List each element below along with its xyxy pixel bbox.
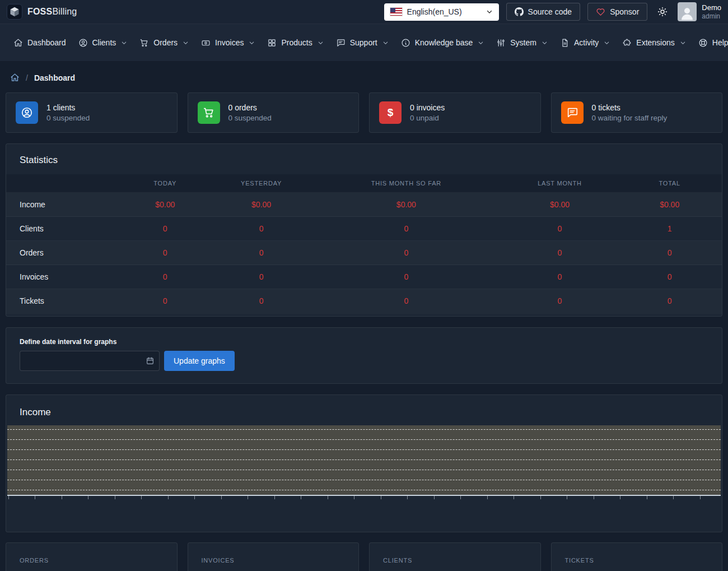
- nav-item-dashboard[interactable]: Dashboard: [8, 33, 72, 53]
- user-menu[interactable]: Demo admin: [678, 2, 721, 21]
- source-code-button[interactable]: Source code: [506, 3, 581, 21]
- brand-text: FOSSBilling: [27, 7, 77, 17]
- cell-value: 0: [212, 265, 310, 289]
- nav-item-knowledge-base[interactable]: Knowledge base: [395, 33, 490, 53]
- topbar: FOSSBilling English(en_US) Source code S…: [0, 0, 728, 24]
- cell-value: 0: [212, 289, 310, 315]
- source-code-label: Source code: [528, 7, 572, 16]
- avatar: [678, 2, 697, 21]
- clients-summary-card[interactable]: 1 clients 0 suspended: [6, 92, 178, 133]
- cell-value: 0: [617, 289, 722, 315]
- nav-label: System: [510, 38, 536, 47]
- chevron-down-icon: [680, 40, 686, 46]
- brand-logo-link[interactable]: FOSSBilling: [7, 4, 77, 20]
- cash-icon: [201, 38, 211, 48]
- breadcrumb-home-icon[interactable]: [10, 73, 20, 82]
- sponsor-button[interactable]: Sponsor: [587, 3, 647, 21]
- heart-icon: [596, 7, 605, 17]
- column-header-yesterday: YESTERDAY: [212, 174, 310, 193]
- brand-bold: FOSS: [27, 7, 52, 16]
- bottom-panels-row: ORDERS INVOICES CLIENTS TICKETS: [6, 542, 722, 571]
- statistics-panel: Statistics TODAY YESTERDAY THIS MONTH SO…: [6, 143, 722, 317]
- nav-item-help[interactable]: Help: [693, 33, 728, 53]
- summary-cards-row: 1 clients 0 suspended 0 orders 0 suspend…: [6, 92, 722, 133]
- row-label: Tickets: [6, 289, 118, 315]
- nav-item-activity[interactable]: Activity: [554, 33, 615, 53]
- clients-panel: CLIENTS: [369, 542, 541, 571]
- home-icon: [13, 38, 23, 48]
- shopping-cart-icon: [139, 38, 149, 48]
- chevron-down-icon: [542, 40, 548, 46]
- income-title: Income: [6, 395, 722, 425]
- table-row-orders: Orders 0 0 0 0 0: [6, 241, 722, 265]
- chevron-down-icon: [382, 40, 389, 46]
- table-row-clients: Clients 0 0 0 0 1: [6, 217, 722, 241]
- chevron-down-icon: [318, 40, 324, 46]
- statistics-table: TODAY YESTERDAY THIS MONTH SO FAR LAST M…: [6, 174, 722, 316]
- card-subtitle: 0 waiting for staff reply: [592, 114, 668, 122]
- nav-item-orders[interactable]: Orders: [134, 33, 194, 53]
- brand-light: Billing: [52, 7, 77, 16]
- update-graphs-button[interactable]: Update graphs: [164, 351, 235, 371]
- nav-label: Support: [350, 38, 377, 47]
- statistics-header-row: TODAY YESTERDAY THIS MONTH SO FAR LAST M…: [6, 174, 722, 193]
- invoices-summary-card[interactable]: $ 0 invoices 0 unpaid: [369, 92, 541, 133]
- chart-gridline: [7, 459, 721, 460]
- chevron-down-icon: [478, 40, 484, 46]
- card-value: 0 invoices: [410, 103, 445, 112]
- cell-value: $0.00: [212, 193, 310, 217]
- nav-label: Clients: [92, 38, 116, 47]
- table-row-income: Income $0.00 $0.00 $0.00 $0.00 $0.00: [6, 193, 722, 217]
- puzzle-icon: [622, 38, 632, 48]
- nav-item-support[interactable]: Support: [330, 33, 394, 53]
- nav-item-system[interactable]: System: [491, 33, 553, 53]
- page-content: / Dashboard 1 clients 0 suspended 0 orde…: [0, 62, 728, 571]
- date-range-input[interactable]: [20, 351, 160, 371]
- cell-value: 0: [502, 265, 618, 289]
- nav-item-extensions[interactable]: Extensions: [617, 33, 691, 53]
- sponsor-label: Sponsor: [610, 7, 639, 16]
- date-range-field: [20, 351, 160, 371]
- nav-label: Dashboard: [27, 38, 66, 47]
- tickets-summary-card[interactable]: 0 tickets 0 waiting for staff reply: [551, 92, 723, 133]
- chart-gridline: [7, 470, 721, 470]
- income-chart-plot: [7, 425, 721, 496]
- chevron-down-icon: [604, 40, 610, 46]
- info-circle-icon: [401, 38, 410, 48]
- cell-value: $0.00: [617, 193, 722, 217]
- cell-value: $0.00: [118, 193, 212, 217]
- chart-gridline: [7, 429, 721, 430]
- fossbilling-cube-icon: [7, 4, 22, 20]
- topbar-actions: English(en_US) Source code Sponsor: [384, 2, 721, 21]
- theme-toggle-sun-icon[interactable]: [655, 7, 670, 17]
- file-text-icon: [560, 38, 570, 48]
- apps-grid-icon: [267, 38, 277, 48]
- user-role: admin: [702, 12, 721, 20]
- nav-label: Products: [281, 38, 312, 47]
- tickets-message-icon: [561, 101, 584, 124]
- breadcrumb-current-page: Dashboard: [34, 73, 75, 82]
- nav-item-invoices[interactable]: Invoices: [195, 33, 260, 53]
- language-select[interactable]: English(en_US): [384, 3, 499, 21]
- chevron-down-icon: [183, 40, 189, 46]
- chevron-down-icon: [121, 40, 127, 46]
- orders-cart-icon: [198, 101, 220, 124]
- nav-item-products[interactable]: Products: [262, 33, 329, 53]
- cell-value: 0: [502, 289, 618, 315]
- invoices-panel: INVOICES: [188, 542, 360, 571]
- cell-value: 0: [310, 241, 502, 265]
- table-row-invoices: Invoices 0 0 0 0 0: [6, 265, 722, 289]
- chart-gridline: [7, 439, 721, 440]
- tickets-panel-title: TICKETS: [565, 557, 709, 564]
- income-panel: Income: [6, 394, 722, 532]
- user-name: Demo: [702, 3, 721, 12]
- cell-value: 0: [212, 217, 310, 241]
- nav-item-clients[interactable]: Clients: [73, 33, 133, 53]
- table-row-tickets: Tickets 0 0 0 0 0: [6, 289, 722, 315]
- orders-summary-card[interactable]: 0 orders 0 suspended: [188, 92, 360, 133]
- invoices-panel-title: INVOICES: [202, 557, 346, 564]
- column-header-today: TODAY: [118, 174, 212, 193]
- cell-value: $0.00: [502, 193, 618, 217]
- cell-value: 0: [502, 217, 618, 241]
- cell-value: 0: [118, 265, 212, 289]
